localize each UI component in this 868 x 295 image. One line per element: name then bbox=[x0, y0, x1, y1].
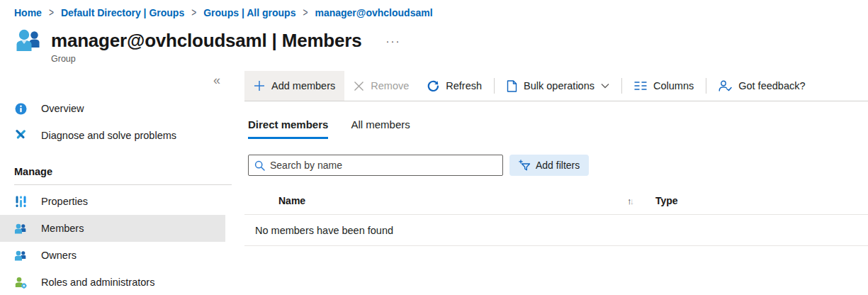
roles-icon bbox=[14, 276, 27, 289]
main-content: Add members Remove Refresh bbox=[244, 71, 868, 284]
columns-icon bbox=[634, 81, 647, 91]
toolbar-separator bbox=[706, 78, 706, 94]
page-header: manager@ovhcloudsaml | Members ··· Group bbox=[14, 28, 868, 64]
columns-button[interactable]: Columns bbox=[625, 71, 703, 101]
breadcrumb: Home > Default Directory | Groups > Grou… bbox=[0, 0, 868, 18]
empty-state-row: No members have been found bbox=[244, 215, 868, 246]
search-input[interactable] bbox=[270, 160, 497, 171]
breadcrumb-home[interactable]: Home bbox=[14, 7, 42, 18]
info-icon bbox=[14, 102, 27, 115]
add-filter-icon bbox=[519, 160, 531, 171]
page-title: manager@ovhcloudsaml | Members bbox=[51, 30, 361, 52]
sidebar-divider bbox=[14, 184, 232, 185]
dismiss-icon bbox=[354, 81, 364, 91]
remove-button: Remove bbox=[344, 71, 418, 101]
sidebar-item-label: Overview bbox=[41, 103, 84, 114]
add-members-label: Add members bbox=[271, 80, 335, 91]
document-icon bbox=[507, 80, 517, 92]
sidebar-item-roles[interactable]: Roles and administrators bbox=[0, 269, 225, 295]
remove-label: Remove bbox=[371, 80, 409, 91]
sidebar-item-label: Members bbox=[41, 223, 84, 234]
chevron-right-icon: > bbox=[49, 6, 54, 20]
sidebar-item-properties[interactable]: Properties bbox=[0, 188, 225, 215]
toolbar: Add members Remove Refresh bbox=[244, 71, 868, 101]
got-feedback-button[interactable]: Got feedback? bbox=[709, 71, 814, 101]
add-filters-button[interactable]: Add filters bbox=[509, 155, 589, 176]
toolbar-separator bbox=[621, 78, 622, 94]
page-subtitle: Group bbox=[51, 54, 868, 64]
got-feedback-label: Got feedback? bbox=[738, 80, 805, 91]
sidebar-item-label: Diagnose and solve problems bbox=[41, 130, 176, 141]
sidebar-section-manage: Manage bbox=[0, 163, 244, 180]
toolbar-divider bbox=[244, 101, 868, 101]
column-header-name[interactable]: Name bbox=[244, 195, 627, 206]
tab-all-members[interactable]: All members bbox=[351, 118, 410, 139]
tabs: Direct members All members bbox=[244, 118, 868, 139]
sidebar-item-label: Roles and administrators bbox=[41, 277, 154, 288]
owners-icon bbox=[14, 249, 27, 262]
refresh-button[interactable]: Refresh bbox=[418, 71, 491, 101]
empty-state-message: No members have been found bbox=[255, 225, 393, 236]
add-members-button[interactable]: Add members bbox=[244, 71, 344, 101]
sidebar-item-label: Owners bbox=[41, 250, 77, 261]
chevron-down-icon bbox=[601, 83, 609, 89]
sidebar: « Overview bbox=[0, 71, 244, 284]
sidebar-item-owners[interactable]: Owners bbox=[0, 242, 225, 269]
group-icon bbox=[14, 28, 43, 53]
search-icon bbox=[254, 160, 265, 171]
bulk-operations-label: Bulk operations bbox=[524, 80, 594, 91]
column-header-type[interactable]: Type bbox=[655, 195, 678, 206]
breadcrumb-directory-groups[interactable]: Default Directory | Groups bbox=[61, 7, 184, 18]
sidebar-item-members[interactable]: Members bbox=[0, 215, 225, 242]
columns-label: Columns bbox=[653, 80, 694, 91]
refresh-label: Refresh bbox=[446, 80, 482, 91]
properties-icon bbox=[14, 195, 27, 208]
search-box[interactable] bbox=[248, 155, 503, 176]
sidebar-item-label: Properties bbox=[41, 196, 88, 207]
chevron-right-icon: > bbox=[191, 6, 196, 20]
chevron-right-icon: > bbox=[303, 6, 308, 20]
feedback-person-icon bbox=[718, 80, 732, 91]
diagnose-icon bbox=[14, 129, 27, 142]
breadcrumb-current-group[interactable]: manager@ovhcloudsaml bbox=[315, 7, 432, 18]
sidebar-item-diagnose[interactable]: Diagnose and solve problems bbox=[0, 122, 225, 149]
refresh-icon bbox=[427, 80, 439, 92]
sort-icon[interactable]: ↑↓ bbox=[627, 196, 655, 206]
members-icon bbox=[14, 222, 27, 235]
toolbar-separator bbox=[494, 78, 495, 94]
collapse-sidebar-icon[interactable]: « bbox=[213, 74, 220, 87]
table-header: Name ↑↓ Type bbox=[244, 187, 868, 214]
more-menu-icon[interactable]: ··· bbox=[383, 33, 403, 48]
breadcrumb-all-groups[interactable]: Groups | All groups bbox=[203, 7, 295, 18]
sidebar-item-overview[interactable]: Overview bbox=[0, 95, 225, 122]
tab-direct-members[interactable]: Direct members bbox=[248, 118, 328, 139]
bulk-operations-button[interactable]: Bulk operations bbox=[497, 71, 619, 101]
filter-bar: Add filters bbox=[244, 155, 868, 176]
add-filters-label: Add filters bbox=[536, 160, 580, 171]
plus-icon bbox=[254, 80, 265, 91]
